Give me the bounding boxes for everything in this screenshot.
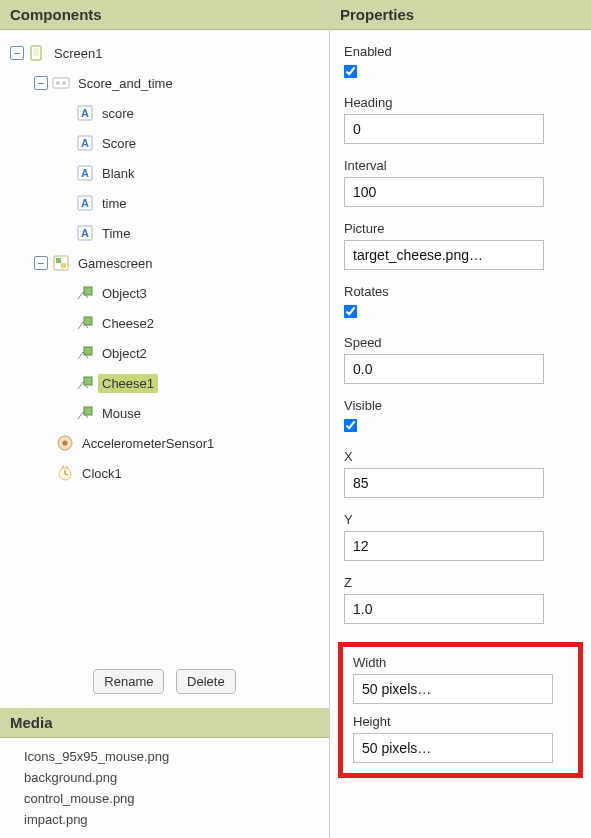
sprite-icon <box>76 344 94 362</box>
tree-row-mouse[interactable]: Mouse <box>4 398 325 428</box>
tree-row-time-upper[interactable]: A Time <box>4 218 325 248</box>
tree-row-cheese2[interactable]: Cheese2 <box>4 308 325 338</box>
horizontal-arrangement-icon <box>52 74 70 92</box>
prop-rotates: Rotates <box>344 284 577 321</box>
media-list: Icons_95x95_mouse.png background.png con… <box>0 738 329 838</box>
sprite-icon <box>76 314 94 332</box>
tree-label: Object2 <box>98 344 151 363</box>
enabled-checkbox[interactable] <box>344 65 358 79</box>
label-icon: A <box>76 164 94 182</box>
tree-label: Cheese1 <box>98 374 158 393</box>
rotates-checkbox[interactable] <box>344 305 358 319</box>
sprite-icon <box>76 404 94 422</box>
svg-text:A: A <box>81 167 89 179</box>
delete-button[interactable]: Delete <box>176 669 236 694</box>
sprite-icon <box>76 284 94 302</box>
prop-label-visible: Visible <box>344 398 577 413</box>
tree-row-object2[interactable]: Object2 <box>4 338 325 368</box>
accelerometer-icon <box>56 434 74 452</box>
svg-rect-19 <box>84 317 92 325</box>
tree-row-time-lower[interactable]: A time <box>4 188 325 218</box>
svg-text:A: A <box>81 107 89 119</box>
tree-row-object3[interactable]: Object3 <box>4 278 325 308</box>
svg-text:A: A <box>81 137 89 149</box>
collapse-icon[interactable]: − <box>10 46 24 60</box>
label-icon: A <box>76 104 94 122</box>
prop-x: X <box>344 449 577 498</box>
svg-text:A: A <box>81 197 89 209</box>
components-tree: − Screen1 − Score_and_time A <box>0 30 329 659</box>
collapse-icon[interactable]: − <box>34 76 48 90</box>
y-input[interactable] <box>344 531 544 561</box>
svg-rect-20 <box>84 347 92 355</box>
tree-row-screen1[interactable]: − Screen1 <box>4 38 325 68</box>
tree-label: time <box>98 194 131 213</box>
svg-rect-1 <box>33 48 39 56</box>
prop-label-y: Y <box>344 512 577 527</box>
tree-label: Object3 <box>98 284 151 303</box>
tree-row-clock1[interactable]: Clock1 <box>4 458 325 488</box>
prop-label-x: X <box>344 449 577 464</box>
media-item[interactable]: Icons_95x95_mouse.png <box>24 746 325 767</box>
picture-input[interactable] <box>344 240 544 270</box>
label-icon: A <box>76 134 94 152</box>
prop-interval: Interval <box>344 158 577 207</box>
tree-label: Clock1 <box>78 464 126 483</box>
svg-rect-16 <box>56 258 61 263</box>
x-input[interactable] <box>344 468 544 498</box>
prop-z: Z <box>344 575 577 624</box>
label-icon: A <box>76 224 94 242</box>
tree-row-cheese1[interactable]: Cheese1 <box>4 368 325 398</box>
width-input[interactable] <box>353 674 553 704</box>
svg-point-4 <box>62 81 66 85</box>
prop-label-interval: Interval <box>344 158 577 173</box>
tree-row-score-lower[interactable]: A score <box>4 98 325 128</box>
sprite-icon <box>76 374 94 392</box>
media-item[interactable]: control_mouse.png <box>24 788 325 809</box>
prop-heading: Heading <box>344 95 577 144</box>
tree-label: Gamescreen <box>74 254 156 273</box>
label-icon: A <box>76 194 94 212</box>
svg-rect-22 <box>84 407 92 415</box>
prop-label-heading: Heading <box>344 95 577 110</box>
prop-label-height: Height <box>353 714 568 729</box>
tree-label: AccelerometerSensor1 <box>78 434 218 453</box>
media-item[interactable]: background.png <box>24 767 325 788</box>
svg-rect-17 <box>61 263 66 268</box>
tree-row-score-and-time[interactable]: − Score_and_time <box>4 68 325 98</box>
visible-checkbox[interactable] <box>344 419 358 433</box>
tree-row-score-upper[interactable]: A Score <box>4 128 325 158</box>
tree-label: Score <box>98 134 140 153</box>
tree-label: Time <box>98 224 134 243</box>
speed-input[interactable] <box>344 354 544 384</box>
z-input[interactable] <box>344 594 544 624</box>
prop-label-speed: Speed <box>344 335 577 350</box>
tree-row-accelerometer[interactable]: AccelerometerSensor1 <box>4 428 325 458</box>
prop-width: Width <box>353 655 568 704</box>
prop-label-width: Width <box>353 655 568 670</box>
tree-label: Blank <box>98 164 139 183</box>
rename-button[interactable]: Rename <box>93 669 164 694</box>
height-input[interactable] <box>353 733 553 763</box>
tree-label: Cheese2 <box>98 314 158 333</box>
interval-input[interactable] <box>344 177 544 207</box>
prop-enabled: Enabled <box>344 44 577 81</box>
clock-icon <box>56 464 74 482</box>
heading-input[interactable] <box>344 114 544 144</box>
tree-row-gamescreen[interactable]: − Gamescreen <box>4 248 325 278</box>
media-item[interactable]: impact.png <box>24 809 325 830</box>
tree-row-blank[interactable]: A Blank <box>4 158 325 188</box>
svg-rect-18 <box>84 287 92 295</box>
tree-label: Mouse <box>98 404 145 423</box>
prop-picture: Picture <box>344 221 577 270</box>
prop-label-picture: Picture <box>344 221 577 236</box>
components-header: Components <box>0 0 329 30</box>
svg-text:A: A <box>81 227 89 239</box>
highlighted-box: Width Height <box>338 642 583 778</box>
prop-y: Y <box>344 512 577 561</box>
collapse-icon[interactable]: − <box>34 256 48 270</box>
svg-point-3 <box>56 81 60 85</box>
prop-visible: Visible <box>344 398 577 435</box>
tree-label: Score_and_time <box>74 74 177 93</box>
prop-label-z: Z <box>344 575 577 590</box>
